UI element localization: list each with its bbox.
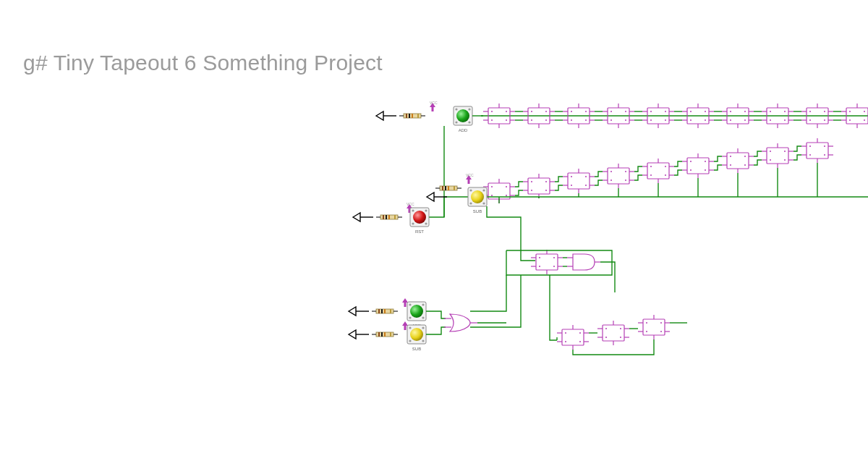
rst-output-port: VCC: [353, 202, 414, 221]
add2-button[interactable]: ADD: [407, 302, 426, 328]
add-button-label: ADD: [459, 128, 468, 132]
chip-b2: [638, 315, 670, 339]
row-add-chain: [481, 104, 868, 128]
sub-button[interactable]: SUB: [468, 187, 487, 214]
chip-mid-8: [801, 138, 833, 163]
chip-mid-7: [762, 143, 793, 168]
led-yellow-icon: [471, 190, 484, 203]
svg-text:VCC: VCC: [407, 202, 414, 206]
chip-mid-3: [603, 164, 634, 188]
sub2-button-label: SUB: [412, 347, 421, 351]
sub2-output-port: [349, 321, 408, 339]
rst-button[interactable]: RST: [410, 208, 429, 234]
mini-block: [506, 250, 615, 292]
chip-mid-6: [722, 148, 754, 173]
chip-mid-2: [563, 169, 595, 193]
led-green-icon: [410, 305, 423, 318]
add-output-port: VCC: [376, 101, 438, 120]
add2-output-port: [349, 298, 408, 316]
row-sub-stairs: [483, 138, 833, 203]
row-bottom-chips: [557, 315, 687, 355]
chip-mini: [531, 250, 563, 274]
sub2-button[interactable]: SUB: [407, 325, 426, 351]
sub-button-label: SUB: [473, 209, 482, 214]
vcc-label: VCC: [430, 101, 438, 105]
chip-b1: [597, 321, 629, 345]
add-button[interactable]: ADD: [454, 106, 472, 132]
chip-mid-1: [523, 174, 555, 198]
rst-button-label: RST: [415, 229, 424, 234]
chip-b0: [557, 325, 589, 350]
chip-mid-5: [682, 153, 714, 178]
schematic-canvas: VCC ADD VCC SUB VCC RST: [0, 0, 868, 456]
and-gate: [567, 254, 600, 270]
led-green-icon: [456, 109, 469, 122]
chip-mid-4: [642, 159, 674, 183]
or-gate: [426, 311, 506, 334]
led-red-icon: [413, 211, 426, 224]
led-yellow-icon: [410, 328, 423, 341]
svg-text:VCC: VCC: [466, 173, 474, 177]
